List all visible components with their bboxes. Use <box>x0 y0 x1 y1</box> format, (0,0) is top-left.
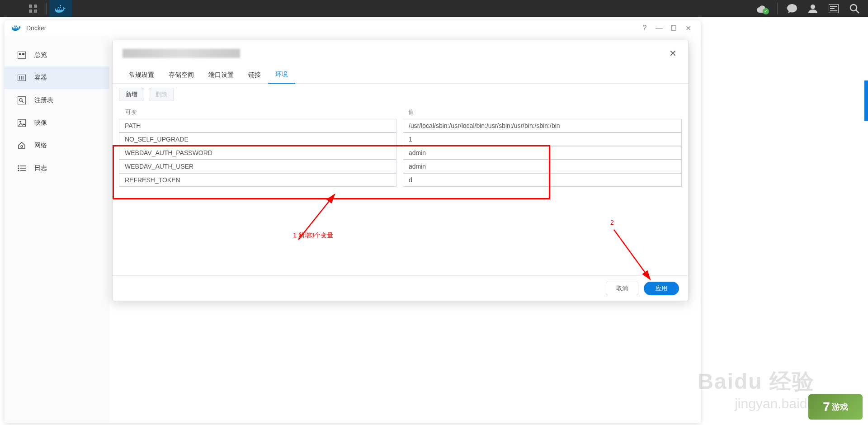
site-logo-7: 7 游戏 <box>808 394 863 420</box>
svg-rect-7 <box>830 8 835 9</box>
svg-rect-19 <box>18 96 26 104</box>
logo-number: 7 <box>823 400 830 414</box>
container-icon <box>17 75 26 81</box>
svg-rect-14 <box>22 53 24 55</box>
user-icon[interactable] <box>804 0 822 17</box>
taskbar-docker-tab[interactable] <box>49 0 72 17</box>
apps-icon[interactable] <box>23 0 43 17</box>
env-var-input[interactable] <box>119 146 396 160</box>
maximize-icon[interactable] <box>668 23 679 33</box>
env-rows <box>113 119 688 187</box>
modal-close-icon[interactable]: ✕ <box>667 48 678 59</box>
logo-text: 游戏 <box>832 401 848 412</box>
env-val-input[interactable] <box>403 173 682 187</box>
sidebar-label: 日志 <box>34 164 47 172</box>
env-var-input[interactable] <box>119 173 396 187</box>
svg-line-10 <box>856 10 859 13</box>
svg-point-24 <box>21 146 23 147</box>
close-icon[interactable]: ✕ <box>683 23 693 33</box>
env-row <box>119 160 682 173</box>
env-val-input[interactable] <box>403 160 682 173</box>
env-var-input[interactable] <box>119 132 396 146</box>
container-settings-modal: ✕ 常规设置 存储空间 端口设置 链接 环境 新增 删除 可变 值 <box>112 40 689 301</box>
search-icon[interactable] <box>845 0 863 17</box>
sidebar-item-overview[interactable]: 总览 <box>5 44 109 66</box>
sidebar-item-containers[interactable]: 容器 <box>5 66 109 89</box>
svg-point-23 <box>19 121 21 123</box>
env-row <box>119 173 682 187</box>
env-table-header: 可变 值 <box>113 105 688 119</box>
svg-rect-15 <box>18 75 26 81</box>
env-row <box>119 119 682 132</box>
env-row <box>119 146 682 160</box>
sidebar-item-images[interactable]: 映像 <box>5 112 109 134</box>
widgets-icon[interactable] <box>825 0 843 17</box>
status-ok-badge: ✓ <box>763 8 769 14</box>
tab-general[interactable]: 常规设置 <box>122 66 161 84</box>
modal-toolbar: 新增 删除 <box>113 84 688 105</box>
env-var-input[interactable] <box>119 119 396 132</box>
env-val-input[interactable] <box>403 146 682 160</box>
env-row <box>119 132 682 146</box>
col-variable: 可变 <box>119 108 402 116</box>
apply-button[interactable]: 应用 <box>644 282 679 295</box>
docker-logo-icon <box>12 23 22 33</box>
cloud-status-icon[interactable]: ✓ <box>754 0 772 17</box>
delete-button[interactable]: 删除 <box>149 88 174 101</box>
window-title: Docker <box>26 24 636 32</box>
svg-point-25 <box>18 165 19 167</box>
sidebar-label: 网络 <box>34 142 47 150</box>
sidebar-label: 容器 <box>34 74 47 82</box>
svg-rect-8 <box>830 10 837 11</box>
modal-tabs: 常规设置 存储空间 端口设置 链接 环境 <box>113 66 688 84</box>
env-val-input[interactable] <box>403 132 682 146</box>
taskbar-divider <box>777 3 778 14</box>
system-taskbar: ✓ <box>0 0 868 17</box>
svg-point-9 <box>850 5 857 11</box>
help-icon[interactable]: ? <box>639 23 650 33</box>
sidebar: 总览 容器 注册表 映像 网络 日志 <box>5 36 109 423</box>
sidebar-item-logs[interactable]: 日志 <box>5 157 109 179</box>
watermark: Baidu 经验 jingyan.baidu <box>698 367 815 411</box>
tab-links[interactable]: 链接 <box>241 66 268 84</box>
sidebar-label: 总览 <box>34 51 47 59</box>
taskbar-divider <box>46 3 47 14</box>
sidebar-label: 注册表 <box>34 96 53 104</box>
svg-rect-0 <box>29 5 32 8</box>
right-accent-strip <box>864 80 868 121</box>
svg-point-4 <box>811 5 815 9</box>
svg-rect-1 <box>34 5 37 8</box>
env-var-input[interactable] <box>119 160 396 173</box>
sidebar-item-network[interactable]: 网络 <box>5 134 109 157</box>
sidebar-item-registry[interactable]: 注册表 <box>5 89 109 112</box>
logs-icon <box>17 165 26 171</box>
svg-point-29 <box>18 170 19 171</box>
svg-point-27 <box>18 168 19 169</box>
modal-header: ✕ <box>113 40 688 66</box>
image-icon <box>17 119 26 127</box>
window-titlebar: Docker ? — ✕ <box>5 20 701 36</box>
minimize-icon[interactable]: — <box>654 23 665 33</box>
watermark-line2: jingyan.baidu <box>698 396 815 411</box>
sidebar-label: 映像 <box>34 119 47 127</box>
svg-rect-11 <box>671 26 676 30</box>
svg-rect-13 <box>19 53 21 55</box>
svg-rect-12 <box>18 52 26 59</box>
modal-footer: 取消 应用 <box>113 275 688 301</box>
tab-environment[interactable]: 环境 <box>268 66 295 84</box>
add-button[interactable]: 新增 <box>119 88 144 101</box>
registry-icon <box>17 96 26 104</box>
env-val-input[interactable] <box>403 119 682 132</box>
modal-title-blurred <box>123 49 240 58</box>
col-value: 值 <box>402 108 682 116</box>
tab-ports[interactable]: 端口设置 <box>201 66 241 84</box>
overview-icon <box>17 52 26 59</box>
cancel-button[interactable]: 取消 <box>606 282 638 295</box>
taskbar-right-icons: ✓ <box>754 0 868 17</box>
svg-rect-3 <box>34 9 37 13</box>
svg-rect-6 <box>830 6 837 7</box>
chat-icon[interactable] <box>783 0 801 17</box>
watermark-line1: Baidu 经验 <box>698 367 815 396</box>
tab-volumes[interactable]: 存储空间 <box>161 66 201 84</box>
svg-line-21 <box>22 101 24 103</box>
